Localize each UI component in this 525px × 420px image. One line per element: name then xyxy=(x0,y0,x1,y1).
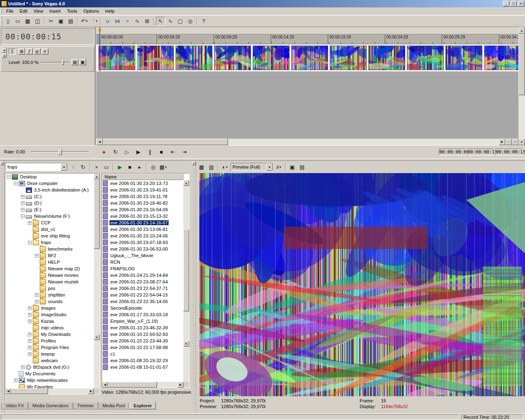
file-item[interactable]: eve 2006-01-30 23-19-41-01 xyxy=(102,187,183,193)
tree-item[interactable]: +(C:) xyxy=(5,193,94,200)
scroll-right-button[interactable]: ▶ xyxy=(88,388,94,394)
scroll-down-button[interactable]: ▼ xyxy=(518,139,525,145)
scrollbar-track[interactable] xyxy=(103,139,499,145)
toolbar-grip[interactable] xyxy=(1,17,2,26)
menu-help[interactable]: Help xyxy=(102,8,117,14)
scroll-up-button[interactable]: ▲ xyxy=(94,173,100,179)
file-item[interactable]: eve 2006-01-17 20-33-03-18 xyxy=(102,311,183,318)
project-properties-button[interactable]: ◫ xyxy=(33,17,42,26)
play-from-start-button[interactable]: ▷ xyxy=(121,148,132,156)
file-item[interactable]: eve 2006-01-30 23-20-13-73 xyxy=(102,180,183,187)
tree-expander-icon[interactable]: + xyxy=(28,346,32,349)
tree-item[interactable]: benchmarks xyxy=(5,246,94,252)
start-preview-button[interactable]: ▶ xyxy=(115,162,125,171)
track-menu-button[interactable]: ≡ xyxy=(41,48,48,55)
close-explorer-button[interactable]: × xyxy=(0,162,4,165)
tree-expander-icon[interactable]: + xyxy=(21,201,25,205)
file-item[interactable]: eve 2006-01-10 22-23-44-39 xyxy=(102,338,183,344)
explorer-dock-grip[interactable]: × xyxy=(0,161,5,413)
time-ruler[interactable]: 00:00:00:0000:00:04:2900:00:09:2900:00:1… xyxy=(96,34,518,44)
tree-expander-icon[interactable]: + xyxy=(28,333,32,336)
zoom-out-button[interactable]: − xyxy=(505,139,512,145)
file-item[interactable]: eve 2006-01-30 23-18-40-82 xyxy=(102,200,183,206)
tree-vertical-scrollbar[interactable]: ▲ ▼ xyxy=(94,173,100,388)
tree-expander-icon[interactable]: − xyxy=(7,175,11,179)
tree-item[interactable]: +sounds xyxy=(5,298,94,305)
tree-expander-icon[interactable]: − xyxy=(21,215,25,218)
media-properties-button[interactable]: ◎ xyxy=(148,162,158,171)
video-track-event[interactable] xyxy=(96,44,518,71)
video-event-thumbnail[interactable] xyxy=(291,46,328,70)
loop-playback-button[interactable]: ↻ xyxy=(110,148,121,156)
timeline-horizontal-scrollbar[interactable]: ◀ ▶ − + xyxy=(96,139,518,145)
rate-slider-handle[interactable] xyxy=(58,149,62,155)
close-button[interactable]: × xyxy=(518,1,524,7)
file-item[interactable]: eve 2006-01-10 22-59-52-93 xyxy=(102,331,183,338)
make-compositing-child-button[interactable]: ▣ xyxy=(79,59,86,65)
tree-expander-icon[interactable]: + xyxy=(21,195,25,199)
file-item[interactable]: eve 2006-01-08 20-19-32-29 xyxy=(102,357,183,364)
tab-trimmer[interactable]: Trimmer xyxy=(73,402,98,409)
video-event-thumbnail[interactable] xyxy=(484,46,518,70)
tree-item[interactable]: −Desktop xyxy=(5,173,94,180)
zoom-edit-tool-button[interactable]: ◎ xyxy=(185,17,195,26)
tree-item[interactable]: +ImageStudio xyxy=(5,311,94,318)
time-field-1[interactable]: 00:00:00:15 xyxy=(467,148,494,155)
tree-item[interactable]: +My Downloads xyxy=(5,331,94,338)
play-button[interactable]: ▶ xyxy=(133,148,144,156)
tree-item[interactable]: My Documents xyxy=(5,370,94,377)
overlays-button[interactable]: #▾ xyxy=(274,162,283,171)
tree-expander-icon[interactable]: − xyxy=(14,182,18,185)
zoom-in-button[interactable]: + xyxy=(512,139,518,145)
stop-preview-button[interactable]: ■ xyxy=(125,162,135,171)
new-folder-button[interactable]: ▭ xyxy=(102,162,111,171)
new-project-button[interactable]: ▯ xyxy=(3,17,13,26)
preview-dock-grip[interactable]: × xyxy=(192,161,196,413)
file-item[interactable]: eve 2006-01-08 15-01-01-57 xyxy=(102,364,183,370)
auto-preview-button[interactable]: ▸ xyxy=(135,162,144,171)
scroll-left-button[interactable]: ◀ xyxy=(102,382,108,388)
tree-item[interactable]: My Favorites xyxy=(5,383,94,388)
up-one-level-button[interactable]: ↑ xyxy=(68,162,78,171)
time-field-0[interactable]: 00:00:00:00 xyxy=(439,148,466,155)
tree-expander-icon[interactable]: + xyxy=(35,254,39,258)
tree-expander-icon[interactable]: + xyxy=(28,313,32,317)
video-event-thumbnail[interactable] xyxy=(176,46,212,70)
file-item[interactable]: eve 2006-01-30 23-07-18-93 xyxy=(102,239,183,246)
undo-button[interactable]: ↶▾ xyxy=(80,17,89,26)
file-item[interactable]: Ugluuk_-_The_Movie xyxy=(102,252,183,259)
file-item[interactable]: eve 2006-01-23 22-54-37-71 xyxy=(102,285,183,292)
tree-item[interactable]: +shipfitter xyxy=(5,292,94,298)
file-item[interactable]: eve 2006-01-23 22-54-04-15 xyxy=(102,292,183,298)
record-button[interactable]: ● xyxy=(98,148,110,156)
timeline-empty-area[interactable] xyxy=(96,71,518,139)
video-event-thumbnail[interactable] xyxy=(98,46,135,70)
tree-expander-icon[interactable]: + xyxy=(35,293,39,297)
tree-expander-icon[interactable]: + xyxy=(28,339,32,343)
scrollbar-thumb[interactable] xyxy=(108,382,157,388)
timeline-vertical-scrollbar[interactable]: ▲ ▼ xyxy=(518,27,525,145)
file-item[interactable]: eve 2006-01-24 21-29-14-84 xyxy=(102,272,183,278)
file-item[interactable]: eve 2006-01-23 22-35-14-06 xyxy=(102,298,183,305)
file-item[interactable]: eve 2006-01-30 23-16-54-09 xyxy=(102,206,183,213)
file-item[interactable]: eve 2006-01-30 23-10-24-06 xyxy=(102,233,183,239)
tree-item[interactable]: eve ship fitting xyxy=(5,233,94,239)
scrollbar-thumb[interactable] xyxy=(11,388,48,394)
tree-expander-icon[interactable]: + xyxy=(28,306,32,310)
refresh-button[interactable]: ↻ xyxy=(78,162,88,171)
menu-file[interactable]: File xyxy=(3,8,16,14)
selection-edit-tool-button[interactable]: ▢ xyxy=(176,17,185,26)
tree-item[interactable]: +BF2 xyxy=(5,252,94,259)
save-button[interactable]: ▦ xyxy=(23,17,32,26)
list-horizontal-scrollbar[interactable]: ◀ ▶ xyxy=(102,382,183,388)
scroll-right-button[interactable]: ▶ xyxy=(178,382,183,388)
video-event-thumbnail[interactable] xyxy=(253,46,290,70)
file-item[interactable]: Empire_War_v.F_(1.19) xyxy=(102,318,183,324)
video-event-thumbnail[interactable] xyxy=(214,46,251,70)
file-item[interactable]: eve 2006-01-30 23-14-16-67 xyxy=(102,219,183,226)
time-field-2[interactable]: 00:00:00:15 xyxy=(495,148,523,155)
file-item[interactable]: eve 2006-01-30 23-13-06-81 xyxy=(102,226,183,233)
address-dropdown[interactable]: fraps ▾ xyxy=(5,163,68,171)
file-item[interactable]: SecondEpisode xyxy=(102,305,183,311)
close-preview-button[interactable]: × xyxy=(192,162,196,165)
